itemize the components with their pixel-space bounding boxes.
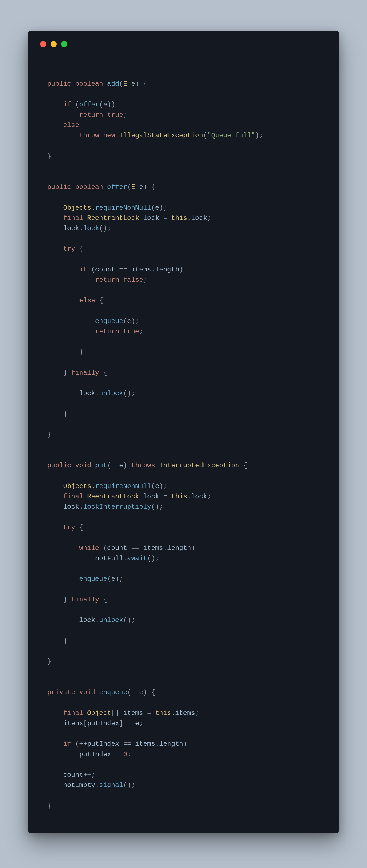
- code-token-var: items: [131, 266, 151, 273]
- code-token-punc: =: [127, 720, 131, 727]
- code-token-num: 0: [123, 751, 127, 758]
- code-token-var: e: [119, 462, 123, 469]
- code-token-punc: ;: [127, 751, 131, 758]
- code-token-punc: ;: [207, 214, 211, 222]
- code-token-kw: else: [63, 121, 79, 129]
- code-token-var: e: [111, 575, 115, 583]
- code-token-kw: public: [47, 462, 71, 469]
- code-token-kw: new: [103, 132, 115, 139]
- code-token-var: notEmpty: [63, 781, 95, 789]
- code-token-punc: )): [107, 101, 115, 108]
- code-token-punc: (: [103, 545, 107, 552]
- code-token-var: e: [139, 183, 143, 191]
- code-token-punc: =: [147, 709, 151, 717]
- code-token-var: items: [63, 720, 83, 727]
- code-token-fn: lockInterruptibly: [83, 503, 151, 510]
- code-token-type: Object: [87, 709, 111, 717]
- code-token-var: count: [95, 266, 115, 273]
- code-token-var: notFull: [95, 555, 123, 562]
- code-token-punc: ;: [207, 493, 211, 500]
- code-token-str: "Queue full": [207, 132, 255, 139]
- zoom-icon[interactable]: [61, 41, 67, 47]
- code-token-var: putIndex: [79, 751, 111, 758]
- code-token-bool: true: [123, 328, 139, 335]
- code-token-punc: [: [83, 720, 87, 727]
- code-token-punc: );: [159, 204, 167, 212]
- code-token-punc: .: [79, 503, 83, 510]
- code-token-var: putIndex: [87, 740, 119, 748]
- code-token-var: length: [159, 740, 183, 748]
- code-token-fn: unlock: [99, 390, 123, 397]
- code-token-punc: );: [255, 132, 263, 139]
- code-token-var: items: [123, 709, 143, 717]
- code-token-var: lock: [63, 503, 79, 510]
- code-token-punc: .: [95, 781, 99, 789]
- code-token-punc: (: [127, 689, 131, 696]
- code-token-punc: .: [95, 390, 99, 397]
- code-token-fn: unlock: [99, 617, 123, 624]
- code-token-kw: final: [63, 214, 83, 222]
- close-icon[interactable]: [40, 41, 46, 47]
- code-token-type: E: [131, 183, 135, 191]
- code-token-punc: }: [63, 410, 67, 417]
- code-token-kw: void: [79, 689, 95, 696]
- code-token-var: e: [103, 101, 107, 108]
- code-token-var: lock: [79, 390, 95, 397]
- code-token-var: lock: [191, 493, 207, 500]
- code-token-type: ReentrantLock: [87, 214, 139, 222]
- code-token-punc: {: [99, 297, 103, 304]
- code-token-var: length: [155, 266, 179, 273]
- code-token-var: count: [107, 545, 127, 552]
- code-token-var: items: [135, 740, 155, 748]
- code-token-var: items: [175, 709, 195, 717]
- code-token-punc: (: [75, 101, 79, 108]
- minimize-icon[interactable]: [51, 41, 57, 47]
- code-token-punc: }: [47, 153, 51, 160]
- code-token-kw: else: [79, 297, 95, 304]
- code-token-type: E: [111, 462, 115, 469]
- code-token-punc: }: [47, 658, 51, 665]
- code-token-punc: (: [127, 183, 131, 191]
- code-token-bool: true: [107, 111, 123, 119]
- code-token-punc: ;: [143, 276, 147, 284]
- window-titlebar: [39, 39, 328, 56]
- code-token-var: lock: [143, 214, 159, 222]
- code-token-punc: ): [135, 80, 139, 88]
- code-token-kw: void: [75, 462, 91, 469]
- code-token-punc: =: [163, 214, 167, 222]
- code-token-kw: try: [63, 524, 75, 531]
- code-token-punc: {: [79, 245, 83, 253]
- code-token-punc: }: [63, 596, 67, 603]
- code-token-punc: ();: [123, 781, 135, 789]
- code-token-punc: .: [91, 483, 95, 490]
- code-token-punc: ++;: [83, 771, 95, 779]
- code-token-punc: .: [171, 709, 175, 717]
- code-token-punc: }: [47, 802, 51, 810]
- code-token-punc: ;: [123, 111, 127, 119]
- page: public boolean add(E e) { if (offer(e)) …: [0, 0, 367, 868]
- code-token-punc: (++: [75, 740, 87, 748]
- code-token-punc: ==: [131, 545, 139, 552]
- code-token-punc: .: [187, 214, 191, 222]
- code-token-kw: finally: [71, 596, 99, 603]
- code-content: public boolean add(E e) { if (offer(e)) …: [39, 56, 328, 814]
- code-token-fn: requireNonNull: [95, 483, 151, 490]
- code-token-var: count: [63, 771, 83, 779]
- code-token-var: putIndex: [87, 720, 119, 727]
- code-token-kw: boolean: [75, 80, 103, 88]
- code-token-type: Objects: [63, 483, 91, 490]
- code-token-type: E: [131, 689, 135, 696]
- code-token-kw: return: [95, 276, 119, 284]
- code-token-punc: .: [187, 493, 191, 500]
- code-token-var: e: [135, 720, 139, 727]
- code-token-punc: =: [163, 493, 167, 500]
- code-token-this: this: [155, 709, 171, 717]
- code-token-kw: public: [47, 183, 71, 191]
- code-token-punc: .: [155, 740, 159, 748]
- code-token-punc: ): [143, 689, 147, 696]
- code-token-var: items: [143, 545, 163, 552]
- code-token-kw: final: [63, 493, 83, 500]
- code-token-var: length: [167, 545, 191, 552]
- code-token-var: e: [155, 483, 159, 490]
- code-token-fn: put: [95, 462, 107, 469]
